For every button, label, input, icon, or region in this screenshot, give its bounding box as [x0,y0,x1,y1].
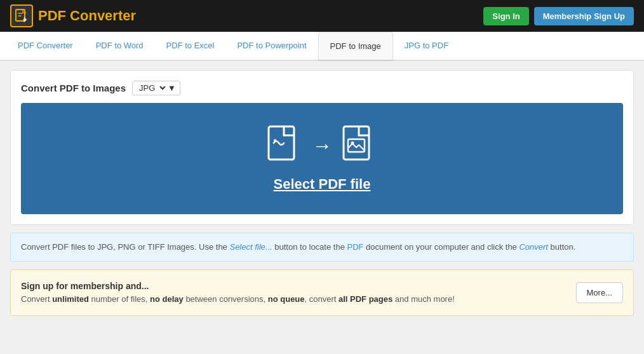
drop-zone[interactable]: → Select PDF file [21,103,623,214]
membership-title: Sign up for membership and... [21,279,455,293]
tab-pdf-to-word[interactable]: PDF to Word [84,32,155,61]
no-queue-text: no queue [268,294,305,304]
no-delay-text: no delay [150,294,184,304]
membership-text: Sign up for membership and... Convert un… [21,279,455,306]
drop-zone-icons: → [267,125,377,167]
more-button[interactable]: More... [576,282,623,303]
select-file-link: Select file... [229,242,272,252]
logo-icon [10,4,33,27]
tab-pdf-to-powerpoint[interactable]: PDF to Powerpoint [225,32,318,61]
converter-title: Convert PDF to Images JPG PNG TIFF ▼ [21,81,623,95]
image-file-icon [342,125,377,167]
unlimited-text: unlimited [52,294,89,304]
logo-text: PDF Converter [38,8,136,24]
nav-tabs: PDF Converter PDF to Word PDF to Excel P… [0,32,644,61]
main-content: Convert PDF to Images JPG PNG TIFF ▼ [0,61,644,325]
all-pages-text: all PDF pages [339,294,392,304]
logo: PDF Converter [10,4,136,27]
signin-button[interactable]: Sign In [483,7,528,25]
tab-jpg-to-pdf[interactable]: JPG to PDF [393,32,460,61]
header-buttons: Sign In Membership Sign Up [483,7,634,25]
membership-description: Convert unlimited number of files, no de… [21,293,455,306]
svg-point-5 [351,141,354,144]
tab-pdf-converter[interactable]: PDF Converter [6,32,84,61]
format-dropdown[interactable]: JPG PNG TIFF [137,83,168,93]
tab-pdf-to-excel[interactable]: PDF to Excel [155,32,226,61]
signup-button[interactable]: Membership Sign Up [534,7,634,25]
pdf-link: PDF [347,242,363,252]
svg-rect-1 [269,126,294,160]
pdf-file-icon [267,125,302,167]
svg-point-2 [274,139,276,142]
tab-pdf-to-image[interactable]: PDF to Image [318,32,393,61]
header: PDF Converter Sign In Membership Sign Up [0,0,644,32]
membership-box: Sign up for membership and... Convert un… [10,269,634,316]
info-box: Convert PDF files to JPG, PNG or TIFF Im… [10,233,634,262]
arrow-icon: → [312,134,332,158]
logo-converter: Converter [66,8,136,24]
format-selector[interactable]: JPG PNG TIFF ▼ [132,81,180,95]
converter-card: Convert PDF to Images JPG PNG TIFF ▼ [10,70,634,225]
select-file-label[interactable]: Select PDF file [274,176,371,193]
convert-link: Convert [519,242,548,252]
converter-title-text: Convert PDF to Images [21,83,126,93]
logo-pdf: PDF [38,8,66,24]
